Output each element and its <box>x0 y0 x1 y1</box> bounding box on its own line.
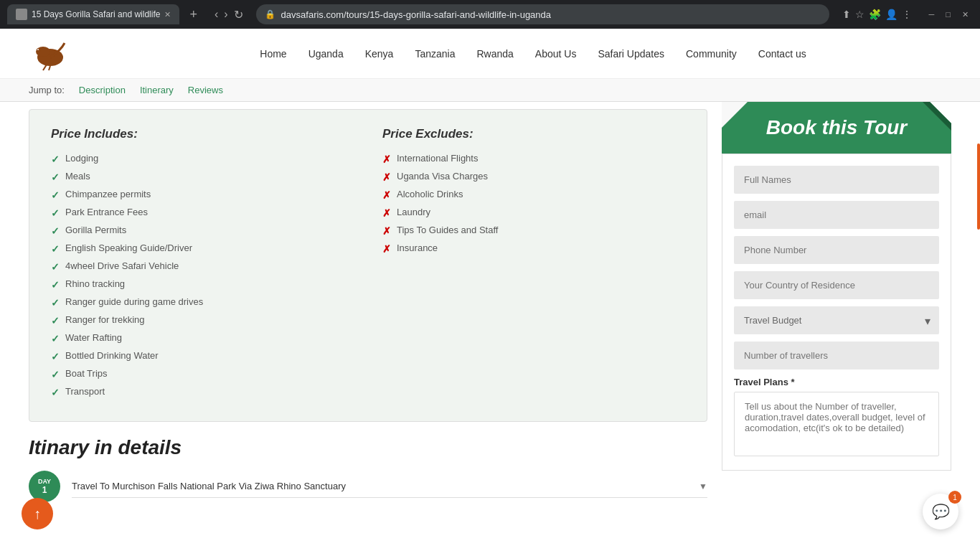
check-icon: ✓ <box>51 207 60 219</box>
forward-button[interactable]: › <box>224 8 227 22</box>
check-icon: ✓ <box>51 154 60 165</box>
x-icon: ✗ <box>382 154 391 165</box>
scroll-to-top-button[interactable]: ↑ <box>22 498 53 524</box>
country-input[interactable] <box>734 271 939 299</box>
nav-links: Home Uganda Kenya Tanzania Rwanda About … <box>115 48 951 60</box>
share-icon[interactable]: ⬆ <box>842 9 851 20</box>
scroll-indicator <box>977 143 980 230</box>
chat-icon: 💬 <box>932 503 950 520</box>
jump-label: Jump to: <box>29 85 65 95</box>
nav-safari-updates[interactable]: Safari Updates <box>598 48 664 60</box>
check-icon: ✓ <box>51 387 60 398</box>
svg-point-3 <box>37 49 39 50</box>
maximize-button[interactable]: □ <box>941 9 955 21</box>
nav-contact[interactable]: Contact us <box>758 48 806 60</box>
price-include-park: ✓ Park Entrance Fees <box>51 207 354 219</box>
arrow-up-icon: ↑ <box>34 506 41 522</box>
price-include-transport: ✓ Transport <box>51 386 354 398</box>
browser-controls: ‹ › ↻ <box>215 8 243 22</box>
chevron-down-icon[interactable]: ▼ <box>699 481 707 491</box>
x-icon: ✗ <box>382 189 391 201</box>
check-icon: ✓ <box>51 279 60 291</box>
address-bar[interactable]: 🔒 davsafaris.com/tours/15-days-gorilla-s… <box>256 4 829 24</box>
jump-description[interactable]: Description <box>79 85 126 95</box>
itinerary-section: Itinary in details DAY 1 Travel To Murch… <box>29 436 707 502</box>
jump-reviews[interactable]: Reviews <box>188 85 223 95</box>
check-icon: ✓ <box>51 171 60 183</box>
price-exclude-visa: ✗ Uganda Visa Charges <box>382 171 685 183</box>
price-include-gorilla: ✓ Gorilla Permits <box>51 225 354 237</box>
window-controls: ─ □ ✕ <box>925 9 973 21</box>
price-include-guide: ✓ English Speaking Guide/Driver <box>51 242 354 255</box>
close-window-button[interactable]: ✕ <box>958 9 973 21</box>
itinerary-title: Itinary in details <box>29 436 707 459</box>
nav-home[interactable]: Home <box>260 48 286 60</box>
check-icon: ✓ <box>51 315 60 326</box>
nav-community[interactable]: Community <box>686 48 737 60</box>
check-icon: ✓ <box>51 261 60 273</box>
price-include-ranger-trek: ✓ Ranger for trekking <box>51 314 354 326</box>
budget-select[interactable]: Travel Budget Under $1000 $1000-$2000 $2… <box>734 306 939 334</box>
check-icon: ✓ <box>51 189 60 201</box>
price-include-boat: ✓ Boat Trips <box>51 368 354 380</box>
email-input[interactable] <box>734 201 939 229</box>
price-include-vehicle: ✓ 4wheel Drive Safari Vehicle <box>51 260 354 273</box>
menu-icon[interactable]: ⋮ <box>902 9 912 20</box>
chat-badge: 1 <box>948 491 961 504</box>
extension-icon[interactable]: 🧩 <box>869 9 881 20</box>
right-panel: Book this Tour Travel Budget Under $1000… <box>722 102 951 509</box>
travellers-input[interactable] <box>734 342 939 369</box>
corner-top-left <box>722 102 748 128</box>
day-item[interactable]: DAY 1 Travel To Murchison Falls National… <box>29 471 707 502</box>
price-include-rafting: ✓ Water Rafting <box>51 332 354 344</box>
price-exclude-tips: ✗ Tips To Guides and Staff <box>382 225 685 237</box>
travel-plans-label: Travel Plans * <box>734 377 939 387</box>
price-includes-title: Price Includes: <box>51 127 354 141</box>
booking-form: Travel Budget Under $1000 $1000-$2000 $2… <box>722 154 951 471</box>
bookmark-icon[interactable]: ☆ <box>855 9 864 20</box>
price-include-meals: ✓ Meals <box>51 171 354 183</box>
price-excludes-col: Price Excludes: ✗ International Flights … <box>382 127 685 404</box>
phone-input[interactable] <box>734 236 939 264</box>
tab-close-icon[interactable]: ✕ <box>164 10 171 19</box>
left-content: Price Includes: ✓ Lodging ✓ Meals ✓ Chim… <box>29 102 707 509</box>
price-box: Price Includes: ✓ Lodging ✓ Meals ✓ Chim… <box>29 109 707 422</box>
logo[interactable]: Dav Safaris <box>29 36 72 72</box>
navbar: Dav Safaris Home Uganda Kenya Tanzania R… <box>0 29 980 79</box>
x-icon: ✗ <box>382 243 391 255</box>
nav-kenya[interactable]: Kenya <box>365 48 394 60</box>
x-icon: ✗ <box>382 171 391 183</box>
price-include-lodging: ✓ Lodging <box>51 153 354 165</box>
profile-icon[interactable]: 👤 <box>885 9 897 20</box>
svg-line-5 <box>49 66 50 70</box>
check-icon: ✓ <box>51 225 60 237</box>
back-button[interactable]: ‹ <box>215 8 218 22</box>
nav-rwanda[interactable]: Rwanda <box>476 48 513 60</box>
price-exclude-flights: ✗ International Flights <box>382 153 685 165</box>
tab-favicon <box>16 9 27 20</box>
chat-widget[interactable]: 💬 1 <box>923 494 958 524</box>
nav-about[interactable]: About Us <box>535 48 577 60</box>
price-include-ranger-game: ✓ Ranger guide during game drives <box>51 296 354 309</box>
minimize-button[interactable]: ─ <box>925 9 939 21</box>
jump-itinerary[interactable]: Itinerary <box>140 85 174 95</box>
nav-uganda[interactable]: Uganda <box>308 48 344 60</box>
price-exclude-laundry: ✗ Laundry <box>382 207 685 219</box>
x-icon: ✗ <box>382 207 391 219</box>
full-names-input[interactable] <box>734 166 939 194</box>
price-excludes-title: Price Excludes: <box>382 127 685 141</box>
price-include-chimp: ✓ Chimpanzee permits <box>51 189 354 201</box>
browser-chrome: 15 Days Gorilla Safari and wildlife ✕ + … <box>0 0 980 29</box>
check-icon: ✓ <box>51 333 60 344</box>
travel-plans-textarea[interactable] <box>734 392 939 456</box>
browser-tab[interactable]: 15 Days Gorilla Safari and wildlife ✕ <box>7 4 179 24</box>
browser-actions: ⬆ ☆ 🧩 👤 ⋮ <box>842 9 912 20</box>
reload-button[interactable]: ↻ <box>234 8 243 22</box>
x-icon: ✗ <box>382 225 391 237</box>
tab-title: 15 Days Gorilla Safari and wildlife <box>32 9 160 19</box>
main-content: Price Includes: ✓ Lodging ✓ Meals ✓ Chim… <box>0 102 980 524</box>
nav-tanzania[interactable]: Tanzania <box>415 48 455 60</box>
corner-top-right <box>923 102 951 131</box>
url-text: davsafaris.com/tours/15-days-gorilla-saf… <box>281 9 821 20</box>
new-tab-button[interactable]: + <box>185 7 202 22</box>
